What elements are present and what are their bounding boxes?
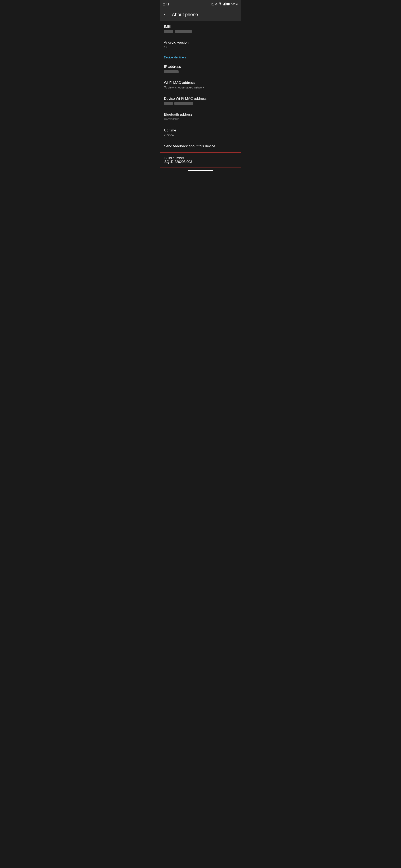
status-icons: ⚿ ⊖ 100%: [211, 2, 238, 6]
page-title: About phone: [172, 12, 198, 17]
signal-icon: [223, 2, 226, 6]
status-bar: 2:42 ⚿ ⊖: [160, 0, 241, 8]
bluetooth-address-label: Bluetooth address: [164, 113, 237, 117]
svg-rect-3: [224, 3, 225, 5]
battery-percent: 100%: [231, 3, 238, 6]
send-feedback-item[interactable]: Send feedback about this device: [160, 141, 241, 152]
up-time-item[interactable]: Up time 22:27:43: [160, 125, 241, 141]
svg-rect-6: [230, 4, 230, 5]
ip-address-value: [164, 70, 237, 73]
wifi-mac-item[interactable]: Wi-Fi MAC address To view, choose saved …: [160, 77, 241, 93]
battery-icon: [226, 3, 230, 5]
up-time-value: 22:27:43: [164, 133, 237, 137]
android-version-value: 12: [164, 45, 237, 49]
imei-value: [164, 30, 237, 33]
device-wifi-mac-label: Device Wi-Fi MAC address: [164, 97, 237, 101]
svg-rect-1: [223, 4, 223, 5]
device-wifi-mac-item[interactable]: Device Wi-Fi MAC address: [160, 93, 241, 109]
send-feedback-label: Send feedback about this device: [164, 144, 237, 148]
android-version-item[interactable]: Android version 12: [160, 37, 241, 53]
key-icon: ⚿: [211, 2, 214, 6]
svg-rect-4: [225, 2, 226, 5]
android-version-label: Android version: [164, 40, 237, 45]
home-indicator: [160, 168, 241, 172]
svg-point-0: [220, 5, 220, 5]
wifi-icon: [219, 2, 222, 6]
dnd-icon: ⊖: [215, 2, 218, 6]
ip-address-label: IP address: [164, 65, 237, 69]
back-button[interactable]: ←: [163, 12, 168, 17]
wifi-mac-value: To view, choose saved network: [164, 86, 237, 89]
home-bar: [188, 170, 213, 171]
wifi-mac-label: Wi-Fi MAC address: [164, 81, 237, 85]
device-wifi-mac-value: [164, 102, 237, 105]
up-time-label: Up time: [164, 128, 237, 132]
status-time: 2:42: [163, 2, 169, 6]
svg-rect-7: [227, 3, 229, 5]
build-number-item[interactable]: Build number SQ1D.220205.003: [160, 152, 241, 168]
bluetooth-address-item[interactable]: Bluetooth address Unavailable: [160, 109, 241, 125]
build-number-value: SQ1D.220205.003: [164, 160, 237, 164]
content: IMEI Android version 12 Device identifie…: [160, 21, 241, 168]
device-identifiers-header: Device identifiers: [160, 53, 241, 61]
toolbar: ← About phone: [160, 8, 241, 21]
build-number-label: Build number: [164, 156, 237, 160]
device-identifiers-label: Device identifiers: [164, 56, 186, 59]
svg-rect-2: [224, 4, 224, 5]
imei-item[interactable]: IMEI: [160, 21, 241, 37]
ip-address-item[interactable]: IP address: [160, 61, 241, 77]
imei-label: IMEI: [164, 25, 237, 29]
bluetooth-address-value: Unavailable: [164, 118, 237, 121]
